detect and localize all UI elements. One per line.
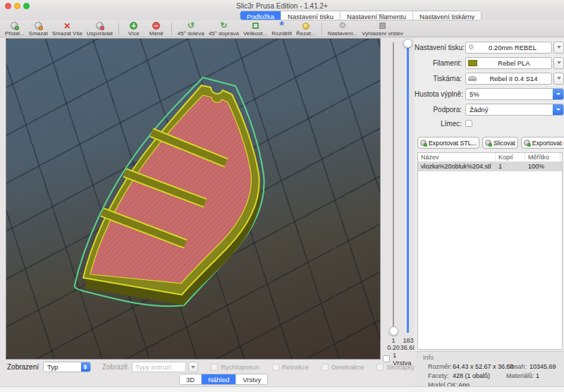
brim-label: Límec: (415, 120, 465, 128)
materials-label: Materiálů: (506, 372, 534, 379)
print-settings-dropdown-button[interactable] (553, 42, 564, 54)
chevron-down-icon (191, 366, 195, 369)
travel-checkbox-row[interactable]: Rychloposun (211, 363, 259, 371)
arrange-button[interactable]: Uspořádat (87, 22, 113, 37)
toolbar: Přidat... Smazat ✕ Smazat Vše Uspořádat … (0, 20, 564, 37)
extrusion-filter-dropdown-button[interactable] (188, 362, 198, 372)
tab-filament-settings[interactable]: Nastavení filamentu (341, 11, 413, 20)
filament-combo[interactable]: Rebel PLA (465, 57, 552, 69)
dimensions-label: Rozměr: (428, 363, 452, 370)
window-title: Slic3r Prusa Edition - 1.41.2+ (0, 2, 564, 10)
layer-slider-low-track[interactable] (393, 42, 394, 333)
footer-strip (0, 386, 564, 392)
support-select[interactable]: Žádný (465, 104, 564, 116)
delete-button[interactable]: Smazat (29, 22, 48, 37)
preview-controls-bar: Zobrazení Typ Zobrazit Typy extruzí Rych… (0, 361, 415, 373)
settings-panel: Nastavení tisku: ⚙ 0.20mm REBEL Filament… (415, 38, 564, 392)
fewer-copies-icon: − (152, 22, 160, 30)
layer-smoothing-icon (379, 23, 386, 29)
layer-smoothing-button[interactable]: Vyhlazení vrstev (362, 22, 403, 37)
mode-preview-button[interactable]: Náhled (202, 374, 236, 384)
unretractions-checkbox[interactable] (321, 364, 329, 371)
dropdown-stepper-icon (553, 104, 563, 116)
fewer-copies-button[interactable]: − Méně (147, 22, 166, 37)
export-stl-button[interactable]: Exportovat STL... (417, 137, 479, 149)
tab-plater[interactable]: Podložka (240, 11, 281, 20)
export-gcode-button[interactable]: Exportovat G-kód... (521, 137, 564, 149)
volume-value: 10345.69 (529, 363, 556, 370)
view-mode-select[interactable]: Typ (43, 362, 91, 372)
layer-slider-low-handle[interactable] (389, 326, 398, 336)
layer-slider-column: 1 183 0.20 36.60 1 Vrstva (381, 38, 415, 360)
toolbar-separator (321, 23, 322, 35)
extrusion-filter-input[interactable]: Typy extruzí (132, 362, 186, 372)
print-settings-label: Nastavení tisku: (415, 44, 465, 51)
mode-layers-button[interactable]: Vrstvy (236, 374, 267, 384)
delete-all-button[interactable]: ✕ Smazat Vše (52, 22, 82, 37)
facets-label: Facety: (428, 372, 449, 379)
view-mode-label: Zobrazení (7, 363, 39, 371)
printer-dropdown-button[interactable] (553, 73, 564, 85)
column-header-name[interactable]: Název (418, 153, 496, 161)
chevron-down-icon (557, 77, 561, 80)
layer-slider-high-track[interactable] (407, 42, 409, 333)
add-object-icon (11, 22, 18, 30)
infill-density-label: Hustota výplně: (415, 90, 465, 98)
toolbar-separator (118, 23, 119, 35)
shells-checkbox-row[interactable]: Skořápky (376, 363, 415, 371)
object-settings-icon: ⚙ (339, 22, 347, 30)
toolbar-separator (171, 23, 172, 35)
facets-value: 428 (1 obalů) (453, 372, 490, 379)
column-header-scale[interactable]: Měřítko (525, 153, 560, 161)
cut-icon (302, 23, 309, 30)
select-stepper-icon (81, 362, 90, 372)
filament-dropdown-button[interactable] (553, 57, 564, 69)
filament-color-swatch (468, 60, 477, 66)
materials-value: 1 (536, 372, 539, 379)
retractions-checkbox[interactable] (272, 364, 279, 371)
app-window: Slic3r Prusa Edition - 1.41.2+ Podložka … (0, 0, 564, 392)
unretractions-checkbox-row[interactable]: Deretrakce (321, 363, 364, 371)
gear-icon: ⚙ (468, 44, 474, 51)
print-settings-combo[interactable]: ⚙ 0.20mm REBEL (465, 42, 552, 54)
mode-3d-button[interactable]: 3D (180, 374, 202, 384)
object-settings-button[interactable]: ⚙ Nastavení... (328, 22, 358, 37)
info-title: Info (423, 354, 434, 361)
rotate-right-button[interactable]: ↻ 45° doprava (209, 22, 239, 37)
split-icon: * (279, 21, 284, 30)
arrange-icon (96, 22, 104, 30)
object-list-row[interactable]: vlozka%20obluk%204.stl 1 100% (418, 162, 562, 171)
printer-icon (468, 76, 477, 81)
slice-button[interactable]: Slicovat (482, 137, 518, 149)
rotate-left-icon: ↺ (188, 22, 195, 30)
sliced-model-preview[interactable] (6, 39, 381, 360)
rotate-left-button[interactable]: ↺ 45° doleva (178, 22, 204, 37)
split-button[interactable]: * Rozdělit (271, 22, 292, 37)
dimensions-value: 64.43 x 52.67 x 36.50 (453, 363, 514, 370)
shells-checkbox[interactable] (376, 364, 384, 371)
add-button[interactable]: Přidat... (5, 22, 25, 37)
printer-label: Tiskárna: (415, 75, 465, 82)
travel-checkbox[interactable] (211, 364, 218, 371)
more-copies-icon: + (130, 22, 137, 30)
tab-printer-settings[interactable]: Nastavení tiskárny (413, 11, 481, 20)
filament-label: Filament: (415, 59, 465, 67)
delete-all-icon: ✕ (63, 23, 70, 30)
layer-slider-high-handle[interactable] (403, 39, 412, 48)
view-mode-row: 3D Náhled Vrstvy (0, 374, 415, 386)
volume-label: Obsah: (506, 363, 527, 370)
dropdown-stepper-icon (553, 88, 563, 100)
scale-button[interactable]: Velikost... (243, 22, 267, 37)
3d-viewport[interactable] (6, 38, 381, 360)
retractions-checkbox-row[interactable]: Retrakce (272, 363, 309, 371)
infill-density-select[interactable]: 5% (465, 88, 564, 100)
chevron-down-icon (557, 61, 561, 64)
more-copies-button[interactable]: + Více (125, 22, 143, 37)
brim-checkbox[interactable] (465, 120, 472, 127)
cut-button[interactable]: Řezat... (296, 22, 316, 37)
object-list-header: Název Kopií Měřítko (418, 153, 562, 162)
printer-combo[interactable]: Rebel II 0.4 S14 (465, 73, 552, 85)
slice-icon (485, 140, 491, 146)
tab-print-settings[interactable]: Nastavení tisku (281, 11, 341, 20)
column-header-copies[interactable]: Kopií (496, 153, 525, 161)
